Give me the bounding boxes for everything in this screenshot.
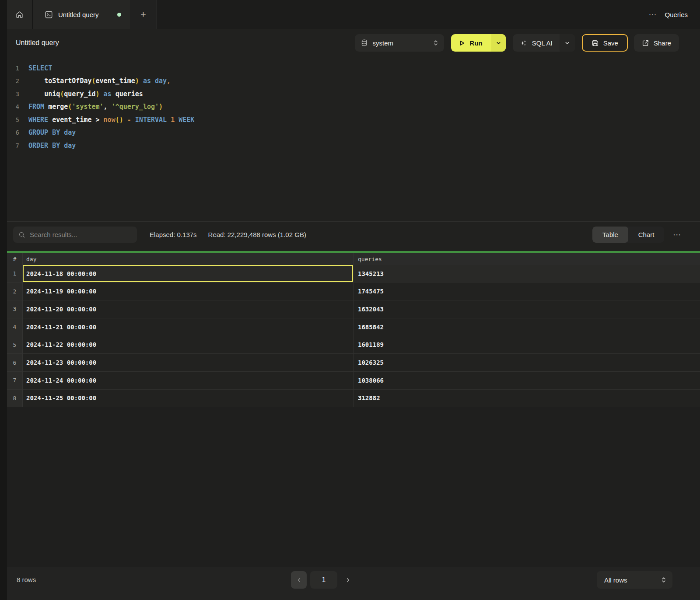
query-editor-panel: Untitled query system <box>7 29 700 600</box>
cell-day[interactable]: 2024-11-25 00:00:00 <box>23 390 354 408</box>
code-text: GROUP BY day <box>19 129 76 136</box>
sql-ai-label: SQL AI <box>532 39 553 47</box>
run-label: Run <box>470 39 483 47</box>
home-icon <box>15 10 24 19</box>
code-line[interactable]: 4FROM merge('system', '^query_log') <box>7 101 700 114</box>
column-header-day[interactable]: day <box>23 253 354 265</box>
run-button[interactable]: Run <box>451 34 491 52</box>
page-number-button[interactable]: 1 <box>310 571 337 589</box>
row-number[interactable]: 1 <box>7 265 23 283</box>
queries-panel-toggle[interactable]: Queries <box>665 11 688 18</box>
query-title: Untitled query <box>16 39 59 47</box>
save-label: Save <box>603 39 618 47</box>
line-number: 1 <box>7 65 19 72</box>
page-size-select[interactable]: All rows <box>597 571 672 589</box>
row-number[interactable]: 3 <box>7 300 23 318</box>
row-number[interactable]: 7 <box>7 372 23 390</box>
code-text: toStartOfDay(event_time) as day, <box>19 77 171 85</box>
code-line[interactable]: 7ORDER BY day <box>7 139 700 152</box>
cell-queries[interactable]: 1038066 <box>354 372 700 390</box>
share-button[interactable]: Share <box>634 34 679 52</box>
search-results-box[interactable] <box>13 227 137 243</box>
code-line[interactable]: 2 toStartOfDay(event_time) as day, <box>7 75 700 88</box>
page-size-value: All rows <box>604 576 661 584</box>
cell-queries[interactable]: 1026325 <box>354 354 700 372</box>
cell-day[interactable]: 2024-11-18 00:00:00 <box>23 265 354 283</box>
home-button[interactable] <box>7 0 33 29</box>
database-icon <box>361 39 368 46</box>
external-link-icon <box>642 39 649 47</box>
view-tab-table[interactable]: Table <box>592 227 628 243</box>
code-line[interactable]: 6GROUP BY day <box>7 126 700 140</box>
run-button-group: Run <box>451 34 506 52</box>
table-row: 72024-11-24 00:00:001038066 <box>7 372 700 390</box>
cell-queries[interactable]: 1632043 <box>354 300 700 318</box>
share-label: Share <box>654 39 671 47</box>
view-tab-chart[interactable]: Chart <box>628 227 664 243</box>
table-body: 12024-11-18 00:00:00134521322024-11-19 0… <box>7 265 700 408</box>
cell-queries[interactable]: 1345213 <box>354 265 700 283</box>
code-text: ORDER BY day <box>19 142 76 150</box>
line-number: 6 <box>7 129 19 136</box>
save-icon <box>592 39 599 47</box>
cell-day[interactable]: 2024-11-19 00:00:00 <box>23 283 354 300</box>
sql-ai-button-group: SQL AI <box>513 34 575 52</box>
cell-queries[interactable]: 312882 <box>354 390 700 408</box>
plus-icon: + <box>140 9 146 20</box>
next-page-button[interactable] <box>345 577 351 583</box>
results-footer: 8 rows 1 All rows <box>7 567 700 600</box>
code-text: FROM merge('system', '^query_log') <box>19 103 163 111</box>
cell-queries[interactable]: 1601189 <box>354 336 700 354</box>
results-empty-area <box>7 407 700 567</box>
row-number[interactable]: 5 <box>7 336 23 354</box>
cell-day[interactable]: 2024-11-21 00:00:00 <box>23 318 354 336</box>
code-line[interactable]: 3 uniq(query_id) as queries <box>7 87 700 101</box>
tab-untitled-query[interactable]: Untitled query <box>33 0 130 29</box>
terminal-icon <box>45 11 52 18</box>
updown-chevron-icon <box>433 39 439 46</box>
search-results-input[interactable] <box>30 231 132 238</box>
updown-chevron-icon <box>661 576 667 583</box>
code-line[interactable]: 5WHERE event_time > now() - INTERVAL 1 W… <box>7 113 700 126</box>
sql-editor[interactable]: 1SELECT2 toStartOfDay(event_time) as day… <box>7 57 700 221</box>
column-header-queries[interactable]: queries <box>354 253 700 265</box>
column-header-index[interactable]: # <box>7 253 23 265</box>
more-options-icon[interactable]: ⋯ <box>648 10 657 19</box>
code-text: WHERE event_time > now() - INTERVAL 1 WE… <box>19 116 194 124</box>
row-count: 8 rows <box>17 571 36 589</box>
save-button[interactable]: Save <box>582 34 628 52</box>
run-options-button[interactable] <box>491 34 506 52</box>
code-text: SELECT <box>19 64 52 72</box>
sql-ai-options-button[interactable] <box>560 34 575 52</box>
row-number[interactable]: 8 <box>7 390 23 408</box>
tab-title: Untitled query <box>58 11 114 18</box>
cell-queries[interactable]: 1745475 <box>354 283 700 300</box>
previous-page-button[interactable] <box>291 571 307 589</box>
line-number: 5 <box>7 116 19 123</box>
row-number[interactable]: 4 <box>7 318 23 336</box>
line-number: 7 <box>7 142 19 149</box>
search-icon <box>18 231 25 238</box>
cell-day[interactable]: 2024-11-24 00:00:00 <box>23 372 354 390</box>
line-number: 3 <box>7 91 19 98</box>
play-icon <box>458 39 466 47</box>
table-row: 52024-11-22 00:00:001601189 <box>7 336 700 354</box>
top-tab-bar: Untitled query + ⋯ Queries <box>7 0 700 29</box>
cell-queries[interactable]: 1685842 <box>354 318 700 336</box>
table-row: 62024-11-23 00:00:001026325 <box>7 354 700 372</box>
row-number[interactable]: 2 <box>7 283 23 300</box>
cell-day[interactable]: 2024-11-20 00:00:00 <box>23 300 354 318</box>
cell-day[interactable]: 2024-11-22 00:00:00 <box>23 336 354 354</box>
cell-day[interactable]: 2024-11-23 00:00:00 <box>23 354 354 372</box>
sql-ai-button[interactable]: SQL AI <box>513 34 560 52</box>
sql-editor-lines: 1SELECT2 toStartOfDay(event_time) as day… <box>7 62 700 152</box>
new-tab-button[interactable]: + <box>130 0 157 29</box>
code-line[interactable]: 1SELECT <box>7 62 700 75</box>
table-header-row: # day queries <box>7 253 700 265</box>
read-stat: Read: 22,229,488 rows (1.02 GB) <box>208 231 306 238</box>
row-number[interactable]: 6 <box>7 354 23 372</box>
database-name: system <box>373 39 433 47</box>
database-select[interactable]: system <box>355 34 444 52</box>
results-more-icon[interactable]: ⋯ <box>673 230 682 240</box>
line-number: 4 <box>7 103 19 110</box>
